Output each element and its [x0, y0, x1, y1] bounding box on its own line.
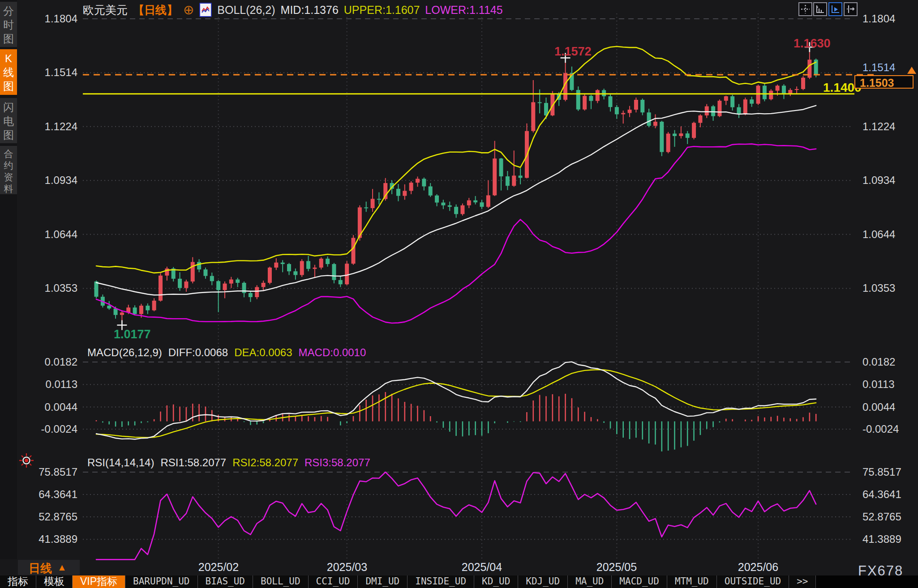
indicator-tab-bar: 指标 模板 VIP指标 BARUPDN_UD BIAS_UD BOLL_UD C…	[0, 575, 918, 588]
tab-mtm-ud[interactable]: MTM_UD	[667, 575, 717, 588]
price-axis-label: 1.0644	[26, 228, 77, 241]
price-axis-label: 1.1804	[862, 13, 916, 25]
macd-axis-label: -0.0024	[26, 423, 77, 435]
tab-inside-ud[interactable]: INSIDE_UD	[408, 575, 474, 588]
x-axis-date: 2025/04	[450, 561, 513, 574]
rsi-axis-label: 52.8765	[862, 511, 916, 523]
rsi-header: RSI(14,14,14) RSI1:58.2077 RSI2:58.2077 …	[87, 456, 370, 469]
chart-type-sidebar: 分时图 K线图 闪电图 合约资料	[0, 0, 17, 559]
indicator-name: BOLL(26,2)	[217, 4, 275, 17]
tab-kd-ud[interactable]: KD_UD	[474, 575, 518, 588]
price-axis-label: 1.1514	[26, 66, 77, 79]
macd-header: MACD(26,12,9) DIFF:0.0068 DEA:0.0063 MAC…	[87, 346, 366, 359]
alert-sun-icon[interactable]	[19, 453, 34, 470]
rsi-axis-label: 64.3641	[862, 488, 916, 501]
tab-barupdn-ud[interactable]: BARUPDN_UD	[125, 575, 197, 588]
macd-axis-label: 0.0182	[26, 356, 77, 368]
sidebar-item-time-chart[interactable]: 分时图	[0, 2, 17, 47]
price-axis-label: 1.1224	[26, 120, 77, 133]
tab-outside-ud[interactable]: OUTSIDE_UD	[717, 575, 789, 588]
price-axis-label: 1.1804	[26, 13, 77, 25]
sidebar-item-candle-chart[interactable]: K线图	[0, 49, 17, 95]
macd-dea-value: DEA:0.0063	[234, 346, 292, 359]
axis-shift-icon[interactable]	[844, 2, 858, 16]
rsi-axis-label: 64.3641	[26, 488, 77, 501]
chart-header: 欧元美元 【日线】 ⊕ BOLL(26,2) MID:1.1376 UPPER:…	[83, 3, 503, 17]
tab-dmi-ud[interactable]: DMI_UD	[358, 575, 408, 588]
tab-kdj-ud[interactable]: KDJ_UD	[518, 575, 568, 588]
macd-axis-label: 0.0113	[26, 378, 77, 391]
x-axis-date: 2025/02	[187, 561, 250, 574]
macd-axis-label: 0.0182	[862, 356, 916, 368]
tab-boll-ud[interactable]: BOLL_UD	[253, 575, 309, 588]
macd-axis-label: 0.0044	[26, 401, 77, 413]
x-axis-date: 2025/05	[585, 561, 648, 574]
swing-low-annotation: 1.0177	[114, 328, 151, 341]
macd-axis-label: -0.0024	[862, 423, 916, 435]
sidebar-item-lightning-chart[interactable]: 闪电图	[0, 98, 17, 143]
rsi-axis-label: 75.8517	[862, 466, 916, 478]
tab-vip-indicators[interactable]: VIP指标	[73, 575, 125, 588]
price-marker-icon	[907, 67, 916, 74]
macd-name: MACD(26,12,9)	[87, 346, 162, 359]
axis-play-icon[interactable]	[828, 2, 842, 16]
rsi3-value: RSI3:58.2077	[305, 456, 370, 469]
price-axis-label: 1.0934	[26, 174, 77, 187]
price-axis-label: 1.0353	[862, 282, 916, 294]
chart-style-icon[interactable]	[199, 3, 212, 17]
macd-axis-label: 0.0044	[862, 401, 916, 413]
tab-bias-ud[interactable]: BIAS_UD	[198, 575, 253, 588]
boll-upper-value: UPPER:1.1607	[344, 4, 420, 17]
macd-macd-value: MACD:0.0010	[299, 346, 366, 359]
x-axis-date: 2025/06	[727, 561, 789, 574]
sidebar-item-contract-info[interactable]: 合约资料	[0, 146, 17, 194]
price-axis-label: 1.0644	[862, 228, 916, 241]
trading-app-window: { "header": { "symbol": "欧元美元", "period_…	[0, 0, 918, 588]
crosshair-pan-icon[interactable]	[798, 2, 812, 16]
swing-high-annotation: 1.1630	[794, 37, 831, 51]
rsi-axis-label: 41.3889	[26, 533, 77, 545]
chart-canvas[interactable]	[0, 0, 918, 588]
boll-mid-value: MID:1.1376	[281, 4, 339, 17]
rsi-axis-label: 41.3889	[862, 533, 916, 545]
macd-diff-value: DIFF:0.0068	[168, 346, 228, 359]
period-dropdown-arrow-icon[interactable]: ▲	[57, 562, 67, 573]
symbol-name: 欧元美元	[83, 3, 128, 17]
axis-bars-icon[interactable]	[813, 2, 827, 16]
price-axis-label: 1.0353	[26, 282, 77, 294]
tab-ma-ud[interactable]: MA_UD	[568, 575, 612, 588]
period-tag[interactable]: 【日线】	[133, 3, 178, 17]
price-axis-label: 1.1224	[862, 120, 916, 133]
macd-axis-label: 0.0113	[862, 378, 916, 391]
rsi2-value: RSI2:58.2077	[232, 456, 298, 469]
rsi-axis-label: 52.8765	[26, 511, 77, 523]
period-selector[interactable]: 日线	[29, 561, 52, 576]
tab-templates[interactable]: 模板	[36, 575, 73, 588]
boll-lower-value: LOWER:1.1145	[425, 4, 502, 17]
x-axis-date: 2025/03	[316, 561, 378, 574]
add-overlay-icon[interactable]: ⊕	[183, 4, 194, 16]
swing-high-annotation: 1.1572	[554, 45, 592, 59]
rsi1-value: RSI1:58.2077	[160, 456, 226, 469]
price-axis-label: 1.0934	[862, 174, 916, 187]
tab-more[interactable]: >>	[789, 575, 816, 588]
last-price-tag: 1.1503	[854, 75, 914, 89]
tab-indicators[interactable]: 指标	[0, 575, 36, 588]
tab-macd-ud[interactable]: MACD_UD	[612, 575, 667, 588]
rsi-name: RSI(14,14,14)	[87, 456, 154, 469]
tab-cci-ud[interactable]: CCI_UD	[309, 575, 358, 588]
